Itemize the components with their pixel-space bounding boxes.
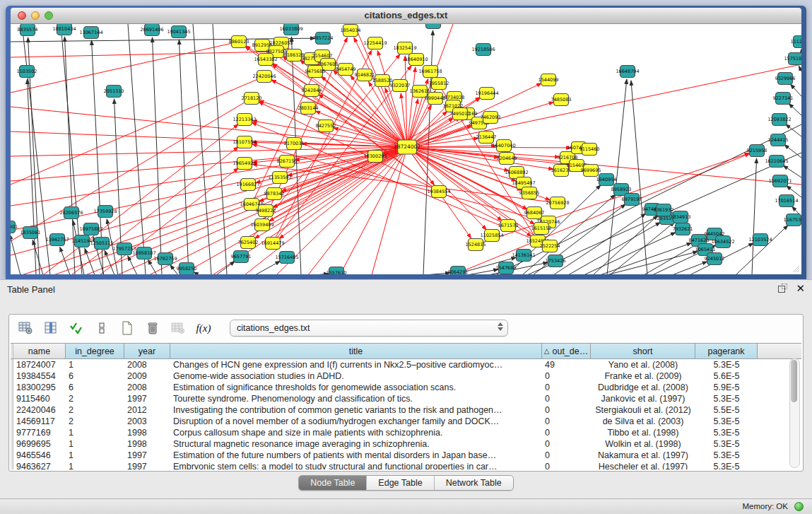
table-cell[interactable]: 1 [66,450,124,460]
table-cell[interactable]: Genome-wide association studies in ADHD. [170,371,542,381]
table-row[interactable]: 2242004622012Investigating the contribut… [11,404,801,416]
window-titlebar[interactable]: citations_edges.txt [11,8,801,24]
table-cell[interactable]: Investigating the contribution of common… [170,405,542,415]
table-cell[interactable]: 5.3E-5 [695,428,758,438]
table-cell[interactable]: 0 [542,428,591,438]
table-cell[interactable]: Franke et al. (2009) [591,371,695,381]
table-select-dropdown[interactable]: citations_edges.txt [230,320,508,337]
table-cell[interactable]: 18724007 [13,360,66,370]
table-cell[interactable]: Dudbridge et al. (2008) [591,382,695,392]
table-cell[interactable]: 0 [542,439,591,449]
table-cell[interactable]: 2 [66,416,124,426]
table-row[interactable]: 1456911722003Disruption of a novel membe… [11,416,801,427]
table-cell[interactable]: 14569117 [13,416,66,426]
column-header-out_de[interactable]: △out_de… [542,344,591,358]
graph-edge[interactable] [407,147,571,148]
resize-grip-icon[interactable] [792,264,800,273]
table-cell[interactable]: 9463627 [13,462,66,469]
table-cell[interactable]: 5.3E-5 [695,462,758,469]
table-cell[interactable]: Yano et al. (2008) [591,360,695,370]
table-row[interactable]: 911546021997Tourette syndrome. Phenomeno… [11,393,801,404]
table-row[interactable]: 1872400712008Changes of HCN gene express… [11,359,801,370]
table-cell[interactable]: 2012 [124,405,170,415]
table-cell[interactable]: 5.3E-5 [695,439,758,449]
table-cell[interactable]: 2 [66,405,124,415]
table-cell[interactable]: 0 [542,450,591,460]
table-cell[interactable]: 0 [542,382,591,392]
table-cell[interactable]: 18300295 [13,382,66,392]
table-cell[interactable]: 1 [66,360,124,370]
table-cell[interactable]: 5.3E-5 [695,394,758,404]
show-columns-button[interactable] [43,320,59,336]
function-builder-button[interactable]: f(x) [196,320,211,336]
table-cell[interactable]: 1997 [124,394,170,404]
memory-ok-icon[interactable] [794,502,804,511]
create-column-button[interactable] [119,320,135,336]
float-panel-icon[interactable] [778,284,787,293]
table-cell[interactable]: 2 [66,394,124,404]
close-panel-icon[interactable]: ✕ [796,284,805,293]
table-cell[interactable]: 1 [66,428,124,438]
network-view-window[interactable]: citations_edges.txt 88355741881043413067… [6,6,806,279]
table-mode-button[interactable] [18,320,33,336]
table-cell[interactable]: 0 [542,405,591,415]
table-cell[interactable]: 0 [542,416,591,426]
table-cell[interactable]: Nakamura et al. (1997) [591,450,695,460]
table-row[interactable]: 1830029562008Estimation of significance … [11,382,801,393]
table-cell[interactable]: 5.9E-5 [695,382,758,392]
table-cell[interactable]: 5.3E-5 [695,360,758,370]
table-cell[interactable]: 1 [66,462,124,469]
table-cell[interactable]: 6 [66,382,124,392]
table-cell[interactable]: Tourette syndrome. Phenomenology and cla… [170,394,542,404]
table-cell[interactable]: Stergiakouli et al. (2012) [591,405,695,415]
table-cell[interactable]: de Silva et al. (2003) [591,416,695,426]
table-cell[interactable]: 49 [542,360,591,370]
table-cell[interactable]: 22420046 [13,405,66,415]
row-options-button[interactable] [94,320,110,336]
column-header-pagerank[interactable]: pagerank [695,344,758,358]
delete-table-button[interactable] [170,320,186,336]
table-cell[interactable]: 2009 [124,371,170,381]
tab-node-table[interactable]: Node Table [299,476,367,490]
column-header-in_degree[interactable]: in_degree [66,344,124,358]
table-cell[interactable]: 5.3E-5 [695,416,758,426]
table-cell[interactable]: 9115460 [13,394,66,404]
table-cell[interactable]: Tibbo et al. (1998) [591,428,695,438]
table-cell[interactable]: 0 [542,394,591,404]
table-cell[interactable]: 1998 [124,428,170,438]
table-cell[interactable]: Wolkin et al. (1998) [591,439,695,449]
column-header-short[interactable]: short [591,344,695,358]
scrollbar-thumb[interactable] [791,360,797,402]
table-cell[interactable]: 19384554 [13,371,66,381]
table-cell[interactable]: 5.6E-5 [695,371,758,381]
table-cell[interactable]: Estimation of the future numbers of pati… [170,450,542,460]
table-cell[interactable]: 2008 [124,382,170,392]
table-cell[interactable]: 0 [542,371,591,381]
table-cell[interactable]: 9777169 [13,428,66,438]
column-header-name[interactable]: name [13,344,66,358]
column-header-year[interactable]: year [124,344,170,358]
table-cell[interactable]: Structural magnetic resonance image aver… [170,439,542,449]
tab-edge-table[interactable]: Edge Table [367,476,434,490]
table-cell[interactable]: 5.3E-5 [695,450,758,460]
column-visibility-button[interactable] [69,320,84,336]
table-cell[interactable]: 1998 [124,439,170,449]
table-cell[interactable]: 9699695 [13,439,66,449]
table-cell[interactable]: 1997 [124,450,170,460]
table-cell[interactable]: Embryonic stem cells: a model to study s… [170,462,542,469]
table-cell[interactable]: Corpus callosum shape and size in male p… [170,428,542,438]
table-cell[interactable]: 0 [542,462,591,469]
table-cell[interactable]: 9465546 [13,450,66,460]
table-row[interactable]: 946554611997Estimation of the future num… [11,450,801,461]
table-row[interactable]: 946362711997Embryonic stem cells: a mode… [11,461,801,469]
table-cell[interactable]: 1 [66,439,124,449]
table-cell[interactable]: Hescheler et al. (1997) [591,462,695,469]
table-row[interactable]: 977716911998Corpus callosum shape and si… [11,427,801,438]
table-cell[interactable]: 2008 [124,360,170,370]
table-cell[interactable]: Estimation of significance thresholds fo… [170,382,542,392]
table-cell[interactable]: 1997 [124,462,170,469]
column-header-title[interactable]: title [170,344,542,358]
table-scrollbar[interactable] [789,358,800,468]
delete-columns-button[interactable] [145,320,160,336]
network-canvas[interactable]: 8835574188104341306714420691406190413451… [11,24,801,274]
